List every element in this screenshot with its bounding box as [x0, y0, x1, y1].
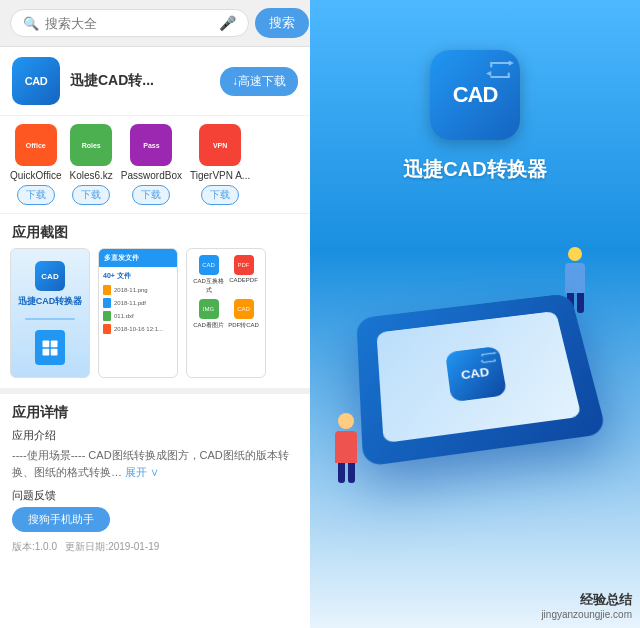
- screenshot-1-label: 迅捷CAD转换器: [18, 295, 83, 308]
- screenshot-2-header: 多直发文件: [99, 249, 177, 267]
- watermark-line2: jingyanzoungjie.com: [541, 609, 632, 620]
- related-app-label-3: TigerVPN A...: [190, 170, 250, 181]
- related-app-item: VPN TigerVPN A... 下载: [190, 124, 250, 205]
- mic-icon: 🎤: [219, 15, 236, 31]
- screenshot-1-icon: CAD: [35, 261, 65, 291]
- phone-cad-icon: CAD: [445, 346, 507, 402]
- ss3-label-0: CAD互换格式: [193, 277, 224, 295]
- ss3-icon-1: PDF: [234, 255, 254, 275]
- app-desc-section: 应用详情 应用介绍 ----使用场景---- CAD图纸转换成图方，CAD图纸的…: [0, 388, 310, 564]
- ss2-file-row: 2018-11.png: [103, 285, 173, 295]
- related-app-label-0: QuickOffice: [10, 170, 62, 181]
- version-info: 版本:1.0.0 更新日期:2019-01-19: [12, 540, 298, 554]
- big-cad-label: CAD: [453, 82, 498, 108]
- related-app-btn-0[interactable]: 下载: [17, 185, 55, 205]
- ss3-label-2: CAD看图片: [193, 321, 224, 330]
- ss3-icon-0: CAD: [199, 255, 219, 275]
- left-panel: 🔍 🎤 搜索 CAD 迅捷CAD转... ↓高速下载 Office QuickO…: [0, 0, 310, 628]
- right-panel: CAD 迅捷CAD转换器: [310, 0, 640, 628]
- svg-rect-1: [51, 340, 58, 347]
- ss3-icon-3: CAD: [234, 299, 254, 319]
- app-name-big: 迅捷CAD转换器: [403, 156, 546, 183]
- watermark: 经验总结 jingyanzoungjie.com: [541, 591, 632, 620]
- app-title-col: 迅捷CAD转...: [70, 72, 210, 90]
- search-input[interactable]: [45, 16, 213, 31]
- app-header-row: CAD 迅捷CAD转... ↓高速下载: [0, 47, 310, 116]
- svg-marker-5: [486, 71, 491, 76]
- svg-marker-6: [493, 351, 496, 354]
- search-icon: 🔍: [23, 16, 39, 31]
- ss3-label-3: PDF转CAD: [228, 321, 259, 330]
- svg-rect-3: [51, 348, 58, 355]
- related-app-btn-3[interactable]: 下载: [201, 185, 239, 205]
- ss2-file-row: 2018-11.pdf: [103, 298, 173, 308]
- related-app-label-1: Koles6.kz: [70, 170, 113, 181]
- download-button[interactable]: ↓高速下载: [220, 67, 298, 96]
- app-title: 迅捷CAD转...: [70, 72, 210, 90]
- ss3-item-0: CAD CAD互换格式: [193, 255, 224, 295]
- related-app-icon-2: Pass: [130, 124, 172, 166]
- svg-rect-0: [43, 340, 50, 347]
- big-cad-icon: CAD: [430, 50, 520, 140]
- desc-subtitle: 应用介绍: [12, 428, 298, 443]
- app-icon-small: CAD: [12, 57, 60, 105]
- related-app-item: Office QuickOffice 下载: [10, 124, 62, 205]
- ss2-file-row: 2018-10-16 12:1...: [103, 324, 173, 334]
- app-icon-text: CAD: [25, 75, 47, 87]
- ss3-item-3: CAD PDF转CAD: [228, 299, 259, 330]
- ss3-item-1: PDF CADEPDF: [228, 255, 259, 295]
- related-app-item: Roles Koles6.kz 下载: [70, 124, 113, 205]
- feedback-section: 问题反馈 搜狗手机助手: [12, 488, 298, 532]
- search-bar: 🔍 🎤 搜索: [0, 0, 310, 47]
- screenshot-2-content: 40+ 文件 2018-11.png 2018-11.pdf 011.dxf 2…: [99, 267, 177, 377]
- expand-link[interactable]: 展开 ∨: [125, 466, 159, 478]
- screenshot-3: CAD CAD互换格式 PDF CADEPDF IMG CAD看图片 CAD P…: [186, 248, 266, 378]
- related-app-icon-0: Office: [15, 124, 57, 166]
- ss3-item-2: IMG CAD看图片: [193, 299, 224, 330]
- ss3-icon-2: IMG: [199, 299, 219, 319]
- illustration: CAD: [310, 213, 640, 513]
- feedback-label: 问题反馈: [12, 488, 298, 503]
- svg-rect-2: [43, 348, 50, 355]
- ss3-label-1: CADEPDF: [229, 277, 258, 283]
- phone-illustration: CAD: [360, 293, 590, 453]
- screenshot-1: CAD 迅捷CAD转换器: [10, 248, 90, 378]
- related-app-btn-2[interactable]: 下载: [132, 185, 170, 205]
- related-app-icon-1: Roles: [70, 124, 112, 166]
- search-input-wrap: 🔍 🎤: [10, 9, 249, 37]
- feedback-button[interactable]: 搜狗手机助手: [12, 507, 110, 532]
- watermark-line1: 经验总结: [580, 591, 632, 609]
- ss2-file-row: 011.dxf: [103, 311, 173, 321]
- svg-marker-4: [509, 60, 514, 65]
- cad-arrow-icon: [486, 56, 514, 84]
- screenshots-section-title: 应用截图: [0, 214, 310, 248]
- related-app-item: Pass PasswordBox 下载: [121, 124, 182, 205]
- desc-section-title: 应用详情: [12, 404, 298, 428]
- person-right-figure: [335, 413, 357, 483]
- related-app-icon-3: VPN: [199, 124, 241, 166]
- screenshot-2: 多直发文件 40+ 文件 2018-11.png 2018-11.pdf 011…: [98, 248, 178, 378]
- related-app-label-2: PasswordBox: [121, 170, 182, 181]
- screenshots-row: CAD 迅捷CAD转换器 多直发文件 40+ 文件 2018-11.png: [0, 248, 310, 388]
- search-button[interactable]: 搜索: [255, 8, 309, 38]
- big-cad-icon-container: CAD: [430, 50, 520, 156]
- related-app-btn-1[interactable]: 下载: [72, 185, 110, 205]
- desc-text: ----使用场景---- CAD图纸转换成图方，CAD图纸的版本转换、图纸的格式…: [12, 447, 298, 480]
- related-apps: Office QuickOffice 下载 Roles Koles6.kz 下载…: [0, 116, 310, 214]
